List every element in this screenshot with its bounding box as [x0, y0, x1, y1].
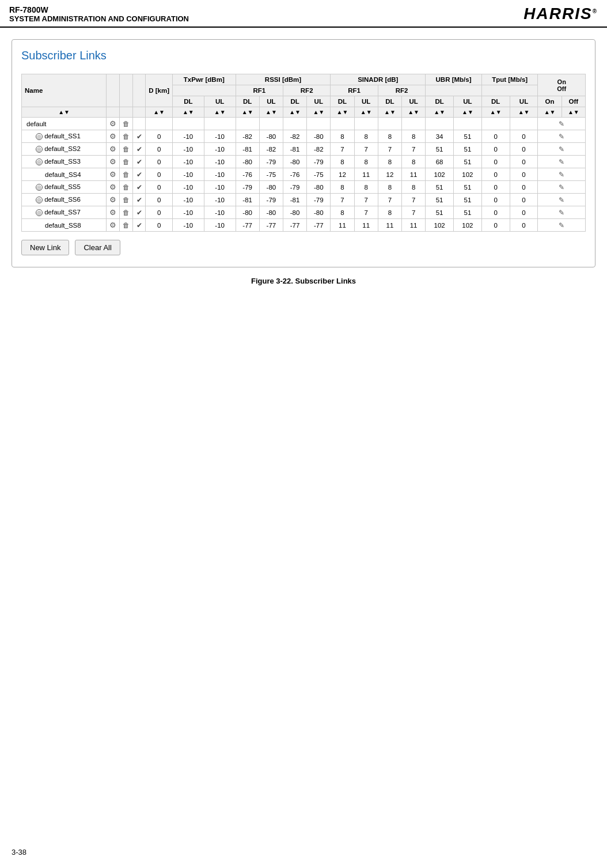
cell-ubr_ul: 102 [454, 219, 482, 232]
edit-cell[interactable]: ✎ [538, 143, 586, 156]
trash-cell[interactable]: 🗑 [120, 156, 133, 168]
edit-icon[interactable]: ✎ [559, 221, 564, 229]
check-cell[interactable]: ✔ [133, 219, 146, 232]
sort-name[interactable]: ▲▼ [22, 107, 107, 118]
edit-icon[interactable]: ✎ [559, 158, 564, 166]
check-cell[interactable] [133, 118, 146, 130]
sort-ubr-ul[interactable]: ▲▼ [454, 107, 482, 118]
trash-icon[interactable]: 🗑 [123, 209, 130, 217]
sort-rssi-rf1-ul[interactable]: ▲▼ [259, 107, 283, 118]
edit-icon[interactable]: ✎ [559, 209, 564, 217]
cell-sinadr_rf2_dl: 11 [378, 219, 401, 232]
gear-cell[interactable]: ⚙ [107, 143, 120, 156]
page-number: 3-38 [12, 848, 26, 856]
gear-icon[interactable]: ⚙ [109, 221, 116, 229]
gear-cell[interactable]: ⚙ [107, 130, 120, 143]
cell-txpwr_ul: -10 [204, 194, 236, 206]
trash-cell[interactable]: 🗑 [120, 118, 133, 130]
circle-icon: ◎ [36, 158, 43, 165]
gear-icon[interactable]: ⚙ [109, 183, 116, 191]
trash-icon[interactable]: 🗑 [123, 133, 130, 141]
edit-cell[interactable]: ✎ [538, 181, 586, 194]
gear-cell[interactable]: ⚙ [107, 118, 120, 130]
edit-icon[interactable]: ✎ [559, 183, 564, 191]
trash-cell[interactable]: 🗑 [120, 168, 133, 181]
trash-cell[interactable]: 🗑 [120, 130, 133, 143]
gear-cell[interactable]: ⚙ [107, 181, 120, 194]
sort-rssi-rf2-ul[interactable]: ▲▼ [307, 107, 331, 118]
edit-icon[interactable]: ✎ [559, 133, 564, 141]
sort-sinadr-rf1-dl[interactable]: ▲▼ [331, 107, 354, 118]
trash-cell[interactable]: 🗑 [120, 194, 133, 206]
edit-cell[interactable]: ✎ [538, 156, 586, 168]
check-cell[interactable]: ✔ [133, 194, 146, 206]
gear-cell[interactable]: ⚙ [107, 194, 120, 206]
edit-icon[interactable]: ✎ [559, 145, 564, 153]
check-cell[interactable]: ✔ [133, 130, 146, 143]
trash-cell[interactable]: 🗑 [120, 219, 133, 232]
gear-cell[interactable]: ⚙ [107, 206, 120, 219]
col-header-onoff: OnOff [538, 74, 586, 96]
gear-cell[interactable]: ⚙ [107, 219, 120, 232]
trash-icon[interactable]: 🗑 [123, 158, 130, 166]
cell-sinadr_rf2_ul [402, 118, 426, 130]
sort-off[interactable]: ▲▼ [562, 107, 585, 118]
gear-icon[interactable]: ⚙ [109, 145, 116, 153]
sort-ubr-dl[interactable]: ▲▼ [426, 107, 454, 118]
cell-sinadr_rf1_ul: 11 [354, 168, 378, 181]
edit-cell[interactable]: ✎ [538, 168, 586, 181]
gear-icon[interactable]: ⚙ [109, 195, 116, 204]
sort-rssi-rf1-dl[interactable]: ▲▼ [236, 107, 259, 118]
gear-icon[interactable]: ⚙ [109, 119, 116, 128]
clear-all-button[interactable]: Clear All [75, 240, 120, 255]
sort-sinadr-rf1-ul[interactable]: ▲▼ [354, 107, 378, 118]
sort-tput-ul[interactable]: ▲▼ [510, 107, 538, 118]
cell-txpwr_ul: -10 [204, 219, 236, 232]
sort-txpwr-dl[interactable]: ▲▼ [172, 107, 204, 118]
edit-icon[interactable]: ✎ [559, 171, 564, 179]
table-row: ◎ default_SS1⚙🗑✔0-10-10-82-80-82-8088883… [22, 130, 586, 143]
panel-title: Subscriber Links [21, 49, 586, 62]
gear-icon[interactable]: ⚙ [109, 132, 116, 141]
sort-sinadr-rf2-ul[interactable]: ▲▼ [402, 107, 426, 118]
name-cell: default_SS4 [22, 168, 107, 181]
sort-sinadr-rf2-dl[interactable]: ▲▼ [378, 107, 401, 118]
edit-cell[interactable]: ✎ [538, 206, 586, 219]
sort-on[interactable]: ▲▼ [538, 107, 562, 118]
trash-icon[interactable]: 🗑 [123, 183, 130, 191]
edit-cell[interactable]: ✎ [538, 118, 586, 130]
sort-d[interactable]: ▲▼ [146, 107, 173, 118]
gear-cell[interactable]: ⚙ [107, 168, 120, 181]
col-on: On [538, 96, 562, 107]
trash-icon[interactable]: 🗑 [123, 145, 130, 153]
new-link-button[interactable]: New Link [21, 240, 69, 255]
check-cell[interactable]: ✔ [133, 168, 146, 181]
trash-icon[interactable]: 🗑 [123, 196, 130, 204]
trash-cell[interactable]: 🗑 [120, 181, 133, 194]
check-icon: ✔ [136, 158, 142, 166]
sort-txpwr-ul[interactable]: ▲▼ [204, 107, 236, 118]
gear-icon[interactable]: ⚙ [109, 157, 116, 166]
check-cell[interactable]: ✔ [133, 206, 146, 219]
cell-sinadr_rf2_dl [378, 118, 401, 130]
check-cell[interactable]: ✔ [133, 181, 146, 194]
gear-cell[interactable]: ⚙ [107, 156, 120, 168]
cell-rssi_rf2_ul: -80 [307, 130, 331, 143]
check-cell[interactable]: ✔ [133, 156, 146, 168]
trash-icon[interactable]: 🗑 [123, 171, 130, 179]
col-header-rssi: RSSI [dBm] [236, 74, 331, 85]
trash-cell[interactable]: 🗑 [120, 206, 133, 219]
trash-cell[interactable]: 🗑 [120, 143, 133, 156]
sort-tput-dl[interactable]: ▲▼ [481, 107, 510, 118]
trash-icon[interactable]: 🗑 [123, 120, 130, 128]
edit-cell[interactable]: ✎ [538, 194, 586, 206]
sort-rssi-rf2-dl[interactable]: ▲▼ [283, 107, 306, 118]
gear-icon[interactable]: ⚙ [109, 208, 116, 217]
trash-icon[interactable]: 🗑 [123, 221, 130, 229]
check-cell[interactable]: ✔ [133, 143, 146, 156]
gear-icon[interactable]: ⚙ [109, 170, 116, 179]
edit-cell[interactable]: ✎ [538, 130, 586, 143]
edit-cell[interactable]: ✎ [538, 219, 586, 232]
edit-icon[interactable]: ✎ [559, 196, 564, 204]
edit-icon[interactable]: ✎ [559, 120, 564, 128]
